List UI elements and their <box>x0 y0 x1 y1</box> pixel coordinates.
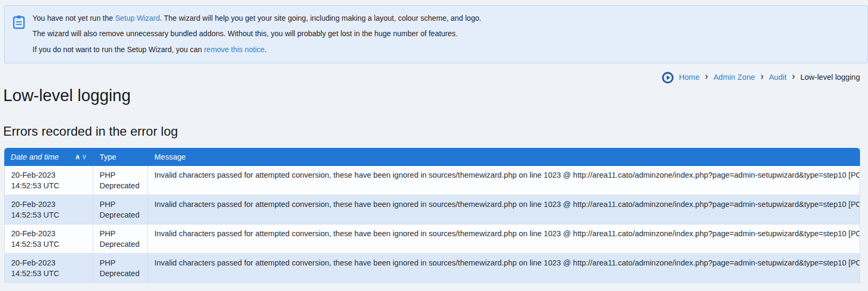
breadcrumb-admin-zone[interactable]: Admin Zone <box>714 73 755 81</box>
play-circle-icon <box>662 72 674 84</box>
breadcrumb-home[interactable]: Home <box>679 73 700 81</box>
cell-date-time: 20-Feb-2023 14:52:53 UTC <box>4 254 93 283</box>
notice-line-1: You have not yet run the Setup Wizard. T… <box>32 14 481 22</box>
cell-type: PHP Deprecated <box>93 254 148 283</box>
sort-ascending-icon[interactable]: ∧ <box>75 153 80 161</box>
error-log-table: Date and time ∧ ∨ Type Message 20-Feb-20… <box>4 148 860 283</box>
chevron-right-icon: › <box>760 71 764 81</box>
breadcrumb-current-page: Low-level logging <box>800 73 860 81</box>
setup-wizard-notice: You have not yet run the Setup Wizard. T… <box>4 5 868 63</box>
notice-line-2: The wizard will also remove unnecessary … <box>32 30 481 38</box>
breadcrumb-audit[interactable]: Audit <box>769 73 787 81</box>
column-header-type: Type <box>93 148 148 166</box>
clipboard-icon <box>13 15 25 54</box>
remove-notice-link[interactable]: remove this notice <box>204 45 265 54</box>
table-row: 20-Feb-2023 14:52:53 UTC PHP Deprecated … <box>4 166 860 195</box>
setup-wizard-link[interactable]: Setup Wizard <box>115 14 160 22</box>
cell-date-time: 20-Feb-2023 14:52:53 UTC <box>4 195 93 225</box>
cell-message: Invalid characters passed for attempted … <box>148 195 860 225</box>
sort-descending-icon[interactable]: ∨ <box>81 153 87 161</box>
notice-line-1-pre: You have not yet run the <box>32 14 115 22</box>
page-title: Low-level logging <box>3 87 868 105</box>
cell-type: PHP Deprecated <box>93 225 148 254</box>
sort-arrows: ∧ ∨ <box>75 153 87 161</box>
notice-line-3-post: . <box>265 45 267 54</box>
chevron-right-icon: › <box>705 71 708 81</box>
table-row: 20-Feb-2023 14:52:53 UTC PHP Deprecated … <box>4 254 860 283</box>
cell-date-time: 20-Feb-2023 14:52:53 UTC <box>4 166 93 195</box>
error-log-table-wrap: Date and time ∧ ∨ Type Message 20-Feb-20… <box>4 148 860 283</box>
cell-message: Invalid characters passed for attempted … <box>148 166 860 195</box>
chevron-right-icon: › <box>792 71 795 81</box>
breadcrumb: Home › Admin Zone › Audit › Low-level lo… <box>0 71 860 83</box>
notice-text: You have not yet run the Setup Wizard. T… <box>32 14 481 54</box>
notice-line-1-post: . The wizard will help you get your site… <box>160 14 481 22</box>
column-header-date-time[interactable]: Date and time ∧ ∨ <box>4 148 93 166</box>
table-row: 20-Feb-2023 14:52:53 UTC PHP Deprecated … <box>4 195 860 225</box>
cell-type: PHP Deprecated <box>93 166 148 195</box>
column-label-date-time: Date and time <box>11 153 59 161</box>
cell-type: PHP Deprecated <box>93 195 148 225</box>
table-row: 20-Feb-2023 14:52:53 UTC PHP Deprecated … <box>4 225 860 254</box>
cell-message: Invalid characters passed for attempted … <box>148 225 860 254</box>
notice-line-3: If you do not want to run the Setup Wiza… <box>32 46 481 54</box>
cell-message: Invalid characters passed for attempted … <box>148 254 860 283</box>
section-heading: Errors recorded in the error log <box>3 124 868 138</box>
notice-line-3-pre: If you do not want to run the Setup Wiza… <box>32 45 204 54</box>
cell-date-time: 20-Feb-2023 14:52:53 UTC <box>4 225 93 254</box>
table-header-row: Date and time ∧ ∨ Type Message <box>4 148 860 166</box>
column-header-message: Message <box>148 148 860 166</box>
